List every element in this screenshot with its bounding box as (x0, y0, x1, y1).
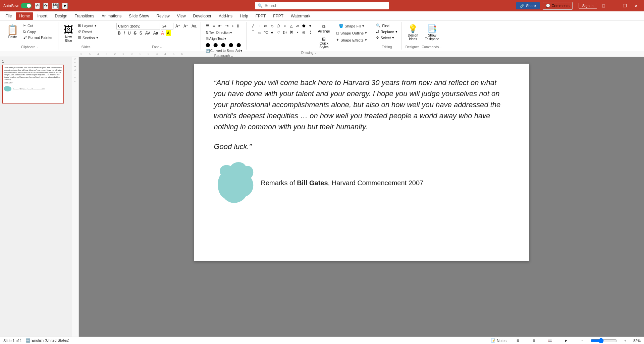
bullets-button[interactable]: ☰ (204, 23, 211, 29)
convert-smartart-button[interactable]: 🔄 Convert to SmartArt ▾ (204, 48, 244, 53)
show-taskpane-button[interactable]: 📑 Show Taskpane (422, 23, 442, 42)
shape-arrow[interactable]: → (256, 23, 262, 29)
reading-view-button[interactable]: 📖 (543, 338, 557, 343)
layout-button[interactable]: ⊞ Layout ▾ (76, 23, 110, 28)
normal-view-button[interactable]: ⊞ (511, 338, 525, 343)
font-name-input[interactable] (116, 23, 160, 29)
menu-transitions[interactable]: Transitions (71, 12, 98, 20)
font-color-button[interactable]: A (160, 30, 165, 36)
menu-review[interactable]: Review (153, 12, 173, 20)
slide-sorter-button[interactable]: ⊟ (527, 338, 541, 343)
menu-developer[interactable]: Developer (190, 12, 215, 20)
arrange-button[interactable]: ⧉ Arrange (316, 23, 332, 35)
signin-button[interactable]: Sign in (579, 3, 597, 9)
menu-design[interactable]: Design (51, 12, 70, 20)
font-size-input[interactable] (161, 23, 173, 29)
minimize-button[interactable]: − (610, 3, 618, 8)
copy-button[interactable]: ⧉ Copy (22, 29, 55, 35)
share-button[interactable]: 🔗 Share (516, 2, 540, 9)
shape-rect[interactable]: ▭ (263, 23, 269, 29)
comments-button[interactable]: 💬 Comments (543, 2, 573, 10)
shape-parallelogram[interactable]: ▱ (294, 23, 301, 29)
bold-button[interactable]: B (116, 30, 122, 36)
shape-pentagon[interactable]: ⬠ (275, 23, 281, 29)
numbering-button[interactable]: ≡ (211, 23, 216, 29)
shape-star[interactable]: ★ (269, 29, 275, 35)
menu-fppt2[interactable]: FPPT (270, 12, 287, 20)
change-case-button[interactable]: Aa (152, 30, 160, 36)
shape-fill-button[interactable]: 🪣 Shape Fill ▾ (335, 23, 369, 29)
decrease-indent-button[interactable]: ⇤ (217, 23, 223, 29)
font-clear-button[interactable]: Aa (190, 23, 198, 29)
shape-misc2[interactable]: {}) (282, 29, 288, 35)
shape-triangle[interactable]: △ (288, 23, 294, 29)
shape-heart[interactable]: ♡ (275, 29, 281, 35)
shape-misc4[interactable]: ⋆ (294, 29, 301, 35)
shape-outline-button[interactable]: ◻ Shape Outline ▾ (335, 30, 369, 36)
menu-addins[interactable]: Add-ins (215, 12, 236, 20)
increase-indent-button[interactable]: ⇥ (224, 23, 230, 29)
highlight-color-button[interactable]: A (166, 30, 171, 36)
ribbon-display-button[interactable]: ⊟ (599, 3, 608, 8)
slideshow-button[interactable]: ▶ (559, 338, 573, 343)
char-spacing-button[interactable]: AV (144, 30, 152, 36)
text-direction-button[interactable]: ⇅ Text Direction ▾ (204, 30, 238, 36)
select-button[interactable]: ⊹ Select ▾ (375, 35, 398, 41)
zoom-in-button[interactable]: ＋ (619, 337, 632, 344)
slide-canvas[interactable]: “And I hope you will come back here to H… (194, 64, 529, 261)
menu-file[interactable]: File (2, 12, 15, 20)
col-count-button[interactable]: ⬤ (235, 42, 242, 48)
quick-styles-button[interactable]: ⊞ Quick Styles (316, 35, 332, 50)
shape-misc1[interactable]: ⬟ (301, 23, 307, 29)
paste-button[interactable]: 📋 Paste (5, 23, 20, 40)
search-input[interactable] (265, 3, 386, 8)
maximize-button[interactable]: ❐ (620, 3, 630, 8)
italic-button[interactable]: I (122, 30, 126, 36)
notes-button[interactable]: 📝 Notes (489, 338, 508, 343)
menu-watermark[interactable]: Watermark (287, 12, 314, 20)
shape-curve1[interactable]: ⌒ (250, 29, 256, 35)
section-button[interactable]: ☰ Section ▾ (76, 35, 110, 41)
autosave-control[interactable]: AutoSave (3, 3, 32, 8)
underline-button[interactable]: U (126, 30, 132, 36)
close-button[interactable]: ✕ (632, 3, 641, 8)
reset-button[interactable]: ↺ Reset (76, 29, 110, 35)
shape-diamond[interactable]: ◇ (269, 23, 275, 29)
zoom-out-button[interactable]: － (576, 337, 589, 344)
format-painter-button[interactable]: 🖌 Format Painter (22, 35, 55, 40)
slide-thumbnail[interactable]: "And I hope you will come back here to H… (2, 65, 64, 104)
menu-insert[interactable]: Insert (34, 12, 51, 20)
autosave-toggle[interactable] (21, 3, 32, 8)
shape-effects-button[interactable]: ✦ Shape Effects ▾ (335, 37, 369, 43)
shape-line[interactable]: ╱ (250, 23, 256, 29)
columns-button[interactable]: ⫿ (236, 23, 240, 29)
cut-button[interactable]: ✂ Cut (22, 23, 55, 28)
undo-button[interactable]: ↶ (35, 3, 40, 9)
line-spacing-button[interactable]: ↕ (230, 23, 235, 29)
shape-misc6[interactable]: ⟨ (307, 29, 313, 35)
justify-button[interactable]: ⬤ (227, 42, 234, 48)
shape-curve2[interactable]: ⌓ (256, 29, 262, 35)
strikethrough-button[interactable]: S (132, 30, 138, 36)
new-slide-button[interactable]: 🖼 New Slide (62, 23, 75, 44)
canvas-area[interactable]: “And I hope you will come back here to H… (79, 57, 644, 337)
align-center-button[interactable]: ⬤ (212, 42, 219, 48)
menu-help[interactable]: Help (236, 12, 252, 20)
shape-callout1[interactable]: ⌥ (263, 29, 269, 35)
shape-oval[interactable]: ○ (282, 23, 288, 29)
font-shrink-button[interactable]: A⁻ (182, 23, 190, 29)
design-ideas-button[interactable]: 💡 Design Ideas (405, 23, 421, 42)
replace-button[interactable]: ⇄ Replace ▾ (375, 29, 398, 35)
shape-misc3[interactable]: ⌘ (288, 29, 294, 35)
save-button[interactable]: 💾 (52, 3, 59, 9)
menu-home[interactable]: Home (16, 12, 33, 20)
menu-fppt1[interactable]: FPPT (252, 12, 269, 20)
menu-animations[interactable]: Animations (98, 12, 125, 20)
customize-qat-button[interactable]: ▼ (62, 3, 68, 9)
find-button[interactable]: 🔍 Find (375, 23, 398, 28)
align-left-button[interactable]: ⬤ (204, 42, 211, 48)
shape-misc5[interactable]: ◎ (301, 29, 307, 35)
redo-button[interactable]: ↷ (43, 3, 48, 9)
font-grow-button[interactable]: A⁺ (174, 23, 181, 29)
menu-view[interactable]: View (174, 12, 189, 20)
